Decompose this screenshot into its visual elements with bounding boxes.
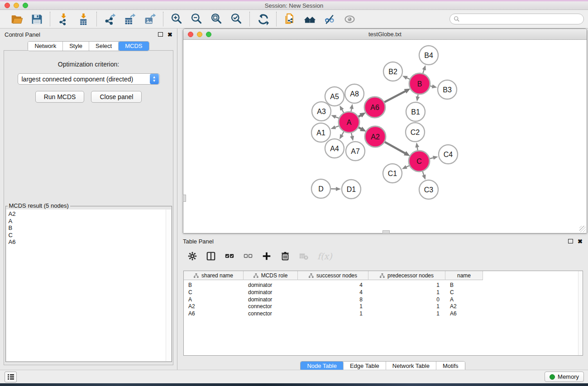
zoom-fit-button[interactable] [209,11,224,27]
mcds-result-list[interactable]: A2ABCA6 [6,210,166,361]
close-table-panel-icon[interactable]: ✖ [578,238,583,244]
columns-button[interactable] [206,251,216,261]
task-history-button[interactable] [5,372,17,382]
graph-node-D[interactable]: D [311,179,330,198]
graph-node-B[interactable]: B [409,73,430,94]
optimization-criterion-dropdown[interactable]: largest connected component (directed) ▲… [18,73,160,85]
graph-node-C3[interactable]: C3 [419,180,438,199]
window-edge-handle-left[interactable] [183,195,186,202]
tab-network[interactable]: Network [28,42,63,51]
graph-edge-A-A7[interactable] [351,133,352,136]
close-panel-icon[interactable]: ✖ [167,32,172,38]
zoom-selected-button[interactable] [229,11,244,27]
graph-node-A4[interactable]: A4 [325,139,344,158]
tab-edge-table[interactable]: Edge Table [344,362,386,371]
tab-style[interactable]: Style [63,42,89,51]
zoom-out-button[interactable] [189,11,204,27]
network-window-titlebar[interactable]: testGlobe.txt [183,29,587,40]
add-row-button[interactable] [262,251,272,261]
mcds-result-item[interactable]: A2 [9,210,163,218]
graph-edge-C-C4[interactable] [430,158,434,159]
graph-edge-C-C1[interactable] [406,166,409,167]
graph-edge-A-A3[interactable] [335,117,339,118]
eye-button[interactable] [342,11,357,27]
graph-node-C2[interactable]: C2 [406,123,425,142]
graph-edge-A-A1[interactable] [335,126,339,127]
graph-node-A7[interactable]: A7 [346,142,365,161]
mcds-result-scrollbar[interactable] [166,210,171,361]
tab-motifs[interactable]: Motifs [436,362,465,371]
graph-edge-A-A2[interactable] [359,128,361,129]
tab-mcds[interactable]: MCDS [119,42,148,51]
home-pair-button[interactable] [302,11,317,27]
graph-node-B4[interactable]: B4 [419,46,438,65]
open-folder-button[interactable] [9,11,24,27]
graph-edge-C-C2[interactable] [417,147,418,151]
mcds-result-item[interactable]: C [9,232,163,239]
graph-edge-A-A6[interactable] [359,115,361,117]
tab-network-table[interactable]: Network Table [386,362,436,371]
graph-node-A2[interactable]: A2 [365,126,386,147]
graph-edge-B-B4[interactable] [423,70,424,74]
table-scrollbar[interactable] [578,271,583,355]
memory-button[interactable]: Memory [545,372,584,382]
float-table-panel-icon[interactable] [568,239,573,243]
export-image-button[interactable] [142,11,158,27]
select-all-button[interactable] [225,251,234,261]
graph-node-A8[interactable]: A8 [345,84,364,103]
graph-edge-A6-B[interactable] [384,91,406,102]
mcds-result-item[interactable]: B [9,224,163,232]
save-button[interactable] [29,11,44,27]
table-row[interactable]: Bdominator41B [184,282,583,289]
delete-row-button[interactable] [280,251,290,261]
graph-edge-B-B2[interactable] [406,78,410,79]
table-row[interactable]: A2connector11A2 [184,303,583,310]
graph-edge-A-A4[interactable] [342,132,344,135]
graph-node-B1[interactable]: B1 [406,102,425,121]
search-input[interactable] [460,16,583,23]
export-network-button[interactable] [102,11,118,27]
hide-glasses-button[interactable] [322,11,337,27]
graph-node-B2[interactable]: B2 [383,62,402,81]
column-header-shared-name[interactable]: shared name [184,271,244,280]
graph-node-C4[interactable]: C4 [439,145,458,164]
tab-select[interactable]: Select [89,42,119,51]
graph-node-A1[interactable]: A1 [311,123,330,142]
zoom-in-button[interactable] [169,11,184,27]
graph-node-C[interactable]: C [409,151,430,172]
graph-edge-A-A5[interactable] [342,110,344,113]
close-panel-button[interactable]: Close panel [91,91,142,103]
deselect-all-button[interactable] [243,251,253,261]
mcds-result-item[interactable]: A6 [9,238,163,246]
run-mcds-button[interactable]: Run MCDS [35,91,85,103]
new-network-from-selection-button[interactable] [282,11,297,27]
import-table-button[interactable] [76,11,91,27]
column-header-MCDS-role[interactable]: MCDS role [244,271,298,280]
window-resize-grip[interactable] [579,226,586,232]
refresh-button[interactable] [255,11,271,27]
network-graph[interactable]: B4 B2 B B3 A5 A8 A6 A3 B1 A A1 C2 A2 [183,40,587,233]
float-panel-icon[interactable] [158,32,163,37]
tab-node-table[interactable]: Node Table [301,362,344,371]
graph-node-A[interactable]: A [339,112,359,133]
graph-node-B3[interactable]: B3 [438,80,457,99]
graph-node-D1[interactable]: D1 [342,180,361,199]
graph-node-C1[interactable]: C1 [383,164,402,183]
graph-edge-B-B3[interactable] [430,86,433,86]
export-table-button[interactable] [122,11,138,27]
table-row[interactable]: Cdominator41C [184,289,583,296]
graph-node-A3[interactable]: A3 [312,102,331,121]
graph-node-A6[interactable]: A6 [364,97,385,118]
network-canvas[interactable]: B4 B2 B B3 A5 A8 A6 A3 B1 A A1 C2 A2 [183,40,587,233]
graph-edge-C-C3[interactable] [423,172,424,176]
graph-edge-B-B1[interactable] [418,95,418,97]
search-box[interactable] [449,14,584,24]
table-row[interactable]: A6connector11A6 [184,310,583,318]
column-header-successor-nodes[interactable]: successor nodes [298,271,368,280]
graph-node-A5[interactable]: A5 [325,87,344,106]
mcds-result-item[interactable]: A [9,218,163,225]
gear-button[interactable] [187,251,197,261]
import-network-button[interactable] [56,11,71,27]
window-edge-handle-bottom[interactable] [382,230,390,234]
column-header-name[interactable]: name [445,271,483,280]
